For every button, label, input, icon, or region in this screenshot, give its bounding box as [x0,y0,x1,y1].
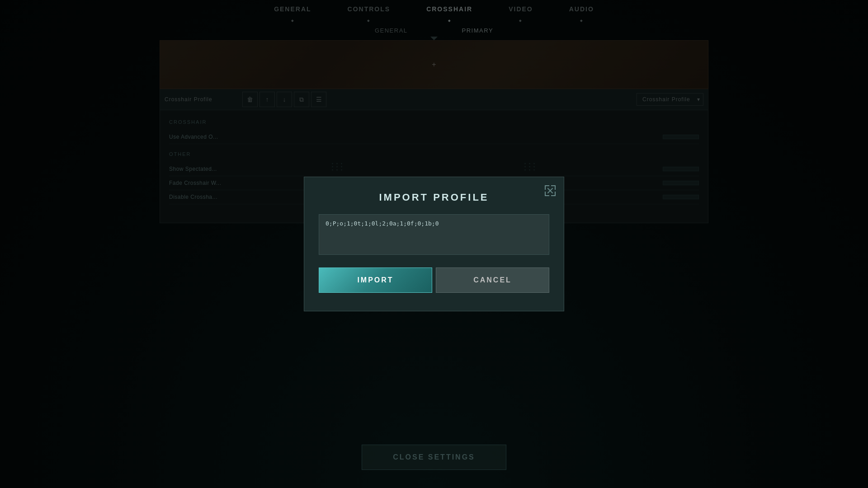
modal-close-button[interactable] [543,183,557,198]
import-profile-modal: IMPORT PROFILE 0;P;o;1;0t;1;0l;2;0a;1;0f… [304,177,564,311]
modal-title: IMPORT PROFILE [319,192,549,203]
modal-buttons: IMPORT CANCEL [319,267,549,293]
import-button[interactable]: IMPORT [319,267,432,293]
modal-overlay: IMPORT PROFILE 0;P;o;1;0t;1;0l;2;0a;1;0f… [0,0,868,488]
close-icon [546,187,554,195]
cancel-button[interactable]: CANCEL [436,267,549,293]
profile-code-input[interactable]: 0;P;o;1;0t;1;0l;2;0a;1;0f;0;1b;0 [319,214,549,255]
